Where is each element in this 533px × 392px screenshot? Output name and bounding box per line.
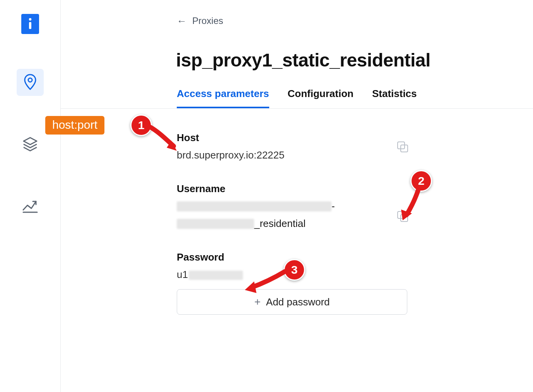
arrow-left-icon: ← — [177, 16, 187, 26]
password-field: Password u1 + Add password — [177, 251, 533, 315]
access-parameters-section: Host brd.superproxy.io:22225 Username - — [61, 132, 533, 315]
svg-marker-9 — [245, 281, 256, 293]
svg-point-0 — [29, 18, 31, 20]
plus-icon: + — [254, 296, 260, 308]
password-prefix: u1 — [177, 269, 188, 280]
breadcrumb[interactable]: ← Proxies — [61, 15, 533, 26]
tab-access-parameters[interactable]: Access parameters — [177, 88, 269, 108]
password-value: u1 — [177, 269, 533, 281]
host-field: Host brd.superproxy.io:22225 — [177, 132, 533, 161]
annotation-arrow-3 — [243, 267, 289, 294]
host-value: brd.superproxy.io:22225 — [177, 149, 533, 161]
svg-rect-1 — [29, 22, 31, 29]
add-password-button[interactable]: + Add password — [177, 289, 407, 315]
add-password-label: Add password — [266, 296, 330, 308]
annotation-arrow-2 — [400, 188, 427, 223]
chart-line-icon — [22, 198, 38, 214]
annotation-hostport-tag: host:port — [45, 116, 104, 135]
tabs: Access parameters Configuration Statisti… — [61, 88, 533, 109]
username-value-row1: - — [177, 200, 533, 212]
username-field: Username - _residential — [177, 183, 533, 230]
username-suffix-1: - — [331, 200, 335, 212]
svg-point-2 — [28, 78, 32, 82]
main-content: ← Proxies isp_proxy1_static_residential … — [61, 0, 533, 392]
tab-statistics[interactable]: Statistics — [372, 88, 417, 108]
nav-analytics[interactable] — [17, 193, 44, 220]
username-suffix-2: _residential — [254, 218, 306, 230]
username-value-row2: _residential — [177, 218, 533, 230]
password-label: Password — [177, 251, 533, 263]
page-title: isp_proxy1_static_residential — [61, 49, 533, 71]
host-label: Host — [177, 132, 533, 144]
copy-icon — [396, 140, 409, 153]
info-icon — [27, 17, 34, 31]
username-label: Username — [177, 183, 533, 195]
layers-icon — [22, 136, 38, 152]
location-pin-icon — [22, 73, 38, 91]
tab-configuration[interactable]: Configuration — [288, 88, 354, 108]
nav-proxies[interactable] — [17, 69, 44, 96]
breadcrumb-label: Proxies — [192, 15, 223, 26]
copy-host-button[interactable] — [396, 140, 409, 153]
nav-info[interactable] — [21, 14, 39, 34]
nav-datasets[interactable] — [17, 131, 44, 158]
annotation-arrow-1 — [147, 124, 181, 154]
sidebar — [0, 0, 61, 392]
